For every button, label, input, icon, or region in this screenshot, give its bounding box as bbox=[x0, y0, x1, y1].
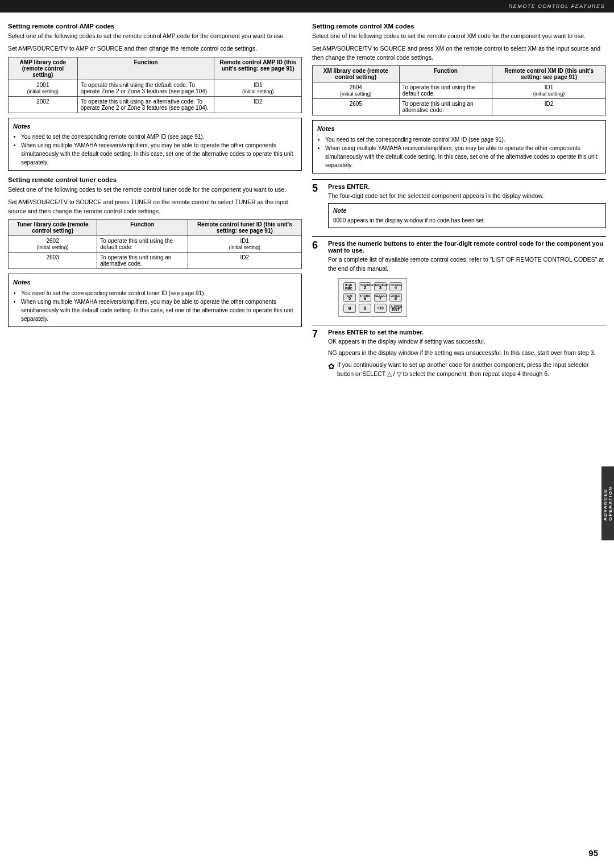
step7-row: 7 Press ENTER to set the number. OK appe… bbox=[312, 325, 606, 379]
tuner-row-1: 2602(initial setting) To operate this un… bbox=[9, 236, 302, 253]
tuner-section-body2: Set AMP/SOURCE/TV to SOURCE and press TU… bbox=[8, 198, 302, 216]
keypad-container: 9:16 REC 1 SOURCE 2 EN:TIGHT 3 bbox=[338, 278, 407, 317]
keypad-illustration: 9:16 REC 1 SOURCE 2 EN:TIGHT 3 bbox=[338, 278, 606, 317]
amp-section-body2: Set AMP/SOURCE/TV to AMP or SOURCE and t… bbox=[8, 44, 302, 53]
key-8: ENTER 8 bbox=[389, 293, 402, 302]
step5-content: Press ENTER. The four-digit code set for… bbox=[328, 183, 606, 233]
amp-row2-function: To operate this unit using an alternativ… bbox=[77, 96, 214, 113]
amp-row-2: 2002 To operate this unit using an alter… bbox=[9, 96, 302, 113]
step6-heading: Press the numeric buttons to enter the f… bbox=[328, 240, 606, 254]
tuner-notes-title: Notes bbox=[13, 278, 297, 287]
tip-row: ✿ If you continuously want to set up ano… bbox=[328, 361, 606, 379]
tip-body: If you continuously want to set up anoth… bbox=[337, 361, 606, 379]
step5-body: The four-digit code set for the selected… bbox=[328, 192, 606, 201]
xm-notes-title: Notes bbox=[317, 124, 601, 134]
amp-note-2: When using multiple YAMAHA receivers/amp… bbox=[21, 141, 297, 167]
tuner-section-title: Setting remote control tuner codes bbox=[8, 176, 302, 183]
tuner-notes-box: Notes You need to set the corresponding … bbox=[8, 274, 302, 327]
step5-note-body: 0000 appears in the display window if no… bbox=[333, 216, 601, 225]
step6-body: For a complete list of available remote … bbox=[328, 255, 606, 274]
xm-section-body2: Set AMP/SOURCE/TV to SOURCE and press XM… bbox=[312, 44, 606, 63]
tuner-row1-id: ID1(initial setting) bbox=[188, 236, 301, 253]
step7-body2: NG appears in the display window if the … bbox=[328, 349, 606, 358]
key-6: 5 THRU 6 bbox=[359, 293, 371, 302]
amp-row2-code: 2002 bbox=[9, 96, 78, 113]
tuner-row2-code: 2603 bbox=[9, 253, 97, 269]
key-7: SELECT 7 bbox=[374, 293, 387, 302]
xm-col2-header: Function bbox=[399, 66, 492, 82]
key-1: 9:16 REC 1 bbox=[343, 282, 356, 291]
page-number: 95 bbox=[588, 848, 598, 858]
key-ent: A.SPEA ENT bbox=[389, 304, 402, 313]
xm-row-1: 2604(initial setting) To operate this un… bbox=[313, 82, 606, 99]
amp-section: Setting remote control AMP codes Select … bbox=[8, 23, 302, 171]
key-2: SOURCE 2 bbox=[359, 282, 371, 291]
xm-col1-header: XM library code (remote control setting) bbox=[313, 66, 400, 82]
xm-row1-function: To operate this unit using the default c… bbox=[399, 82, 492, 99]
xm-section-title: Setting remote control XM codes bbox=[312, 23, 606, 30]
tuner-table: Tuner library code (remote control setti… bbox=[8, 219, 302, 269]
sidebar-advanced-operation: ADVANCEDOPERATION bbox=[601, 466, 614, 540]
step7-num: 7 bbox=[312, 329, 325, 340]
step7-content: Press ENTER to set the number. OK appear… bbox=[328, 329, 606, 379]
tuner-section-body1: Select one of the following codes to set… bbox=[8, 185, 302, 195]
xm-col3-header: Remote control XM ID (this unit's settin… bbox=[492, 66, 606, 82]
amp-col1-header: AMP library code (remote control setting… bbox=[9, 57, 78, 80]
amp-note-1: You need to set the corresponding remote… bbox=[21, 133, 297, 141]
xm-note-2: When using multiple YAMAHA receivers/amp… bbox=[325, 144, 601, 170]
xm-notes-box: Notes You need to set the corresponding … bbox=[312, 120, 606, 173]
sidebar-label: ADVANCEDOPERATION bbox=[603, 486, 613, 520]
amp-notes-list: You need to set the corresponding remote… bbox=[13, 133, 297, 167]
amp-col3-header: Remote control AMP ID (this unit's setti… bbox=[214, 57, 302, 80]
tuner-row2-id: ID2 bbox=[188, 253, 301, 269]
key-plus10: +10 bbox=[374, 304, 387, 313]
step5-heading: Press ENTER. bbox=[328, 183, 606, 190]
xm-row-2: 2605 To operate this unit using an alter… bbox=[313, 99, 606, 115]
tuner-note-1: You need to set the corresponding remote… bbox=[21, 289, 297, 297]
step7-body1: OK appears in the display window if sett… bbox=[328, 337, 606, 346]
step6-num: 6 bbox=[312, 240, 325, 251]
key-9: 9 bbox=[343, 304, 356, 313]
tuner-row2-function: To operate this unit using an alternativ… bbox=[97, 253, 188, 269]
left-column: Setting remote control AMP codes Select … bbox=[8, 23, 302, 382]
tip-symbol: ✿ bbox=[328, 361, 335, 373]
amp-row1-function: To operate this unit using the default c… bbox=[77, 80, 214, 96]
top-bar: Remote Control Features bbox=[0, 0, 614, 13]
amp-section-body1: Select one of the following codes to set… bbox=[8, 32, 302, 41]
amp-row1-code: 2001(initial setting) bbox=[9, 80, 78, 96]
keypad-row-1: 9:16 REC 1 SOURCE 2 EN:TIGHT 3 bbox=[343, 282, 402, 291]
amp-row2-id: ID2 bbox=[214, 96, 302, 113]
tuner-col3-header: Remote control tuner ID (this unit's set… bbox=[188, 220, 301, 236]
xm-table: XM library code (remote control setting)… bbox=[312, 65, 606, 115]
step6-content: Press the numeric buttons to enter the f… bbox=[328, 240, 606, 321]
xm-row2-code: 2605 bbox=[313, 99, 400, 115]
key-0: 0 bbox=[359, 304, 371, 313]
xm-notes-list: You need to set the corresponding remote… bbox=[317, 135, 601, 170]
keypad-row-2: TUXI 5 5 THRU 6 SELECT 7 bbox=[343, 293, 402, 302]
tuner-col1-header: Tuner library code (remote control setti… bbox=[9, 220, 97, 236]
amp-row1-id: ID1(initial setting) bbox=[214, 80, 302, 96]
xm-note-1: You need to set the corresponding remote… bbox=[325, 135, 601, 144]
xm-row1-code: 2604(initial setting) bbox=[313, 82, 400, 99]
step7-heading: Press ENTER to set the number. bbox=[328, 329, 606, 336]
amp-table: AMP library code (remote control setting… bbox=[8, 57, 302, 113]
step5-note-title: Note bbox=[333, 206, 601, 216]
xm-row1-id: ID1(initial setting) bbox=[492, 82, 606, 99]
step5-note-box: Note 0000 appears in the display window … bbox=[328, 203, 606, 229]
step5-num: 5 bbox=[312, 183, 325, 195]
amp-notes-title: Notes bbox=[13, 122, 297, 131]
xm-section: Setting remote control XM codes Select o… bbox=[312, 23, 606, 173]
tuner-col2-header: Function bbox=[97, 220, 188, 236]
tuner-row-2: 2603 To operate this unit using an alter… bbox=[9, 253, 302, 269]
key-4: IN:CDE 4 bbox=[389, 282, 402, 291]
xm-section-body1: Select one of the following codes to set… bbox=[312, 32, 606, 41]
step6-row: 6 Press the numeric buttons to enter the… bbox=[312, 236, 606, 321]
main-content: Setting remote control AMP codes Select … bbox=[0, 13, 614, 390]
amp-notes-box: Notes You need to set the corresponding … bbox=[8, 118, 302, 171]
step5-row: 5 Press ENTER. The four-digit code set f… bbox=[312, 179, 606, 233]
keypad-row-3: 9 0 +10 A.SPEA ENT bbox=[343, 304, 402, 313]
xm-row2-id: ID2 bbox=[492, 99, 606, 115]
amp-col2-header: Function bbox=[77, 57, 214, 80]
key-3: EN:TIGHT 3 bbox=[374, 282, 387, 291]
xm-row2-function: To operate this unit using an alternativ… bbox=[399, 99, 492, 115]
